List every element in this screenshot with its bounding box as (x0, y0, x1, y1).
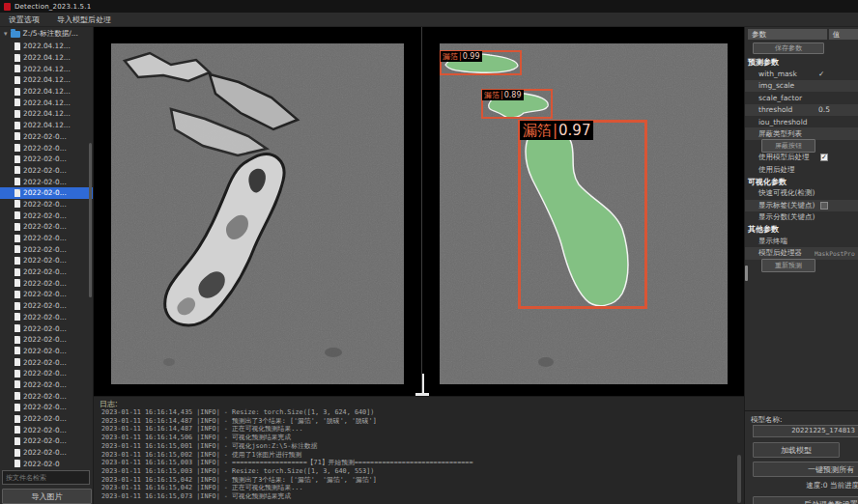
tree-item[interactable]: 2022.04.12... (0, 52, 94, 64)
param-row[interactable]: 显示分数(关键点) (745, 211, 858, 223)
chevron-down-icon[interactable]: ▾ (4, 30, 8, 38)
file-tree-panel: ▾ Z:/5-标注数据/... 2022.04.12... 2022.04.12… (0, 27, 94, 504)
tree-item[interactable]: 2022-02-0... (0, 435, 94, 447)
file-list: 2022.04.12... 2022.04.12... 2022.04.12..… (0, 41, 94, 469)
tree-scrollbar[interactable] (89, 143, 92, 297)
log-line: 2023-01-11 16:16:14,506 |INFO| - 可视化预测结果… (101, 434, 739, 442)
params-scrollbar[interactable] (745, 266, 748, 281)
tree-item[interactable]: 2022-02-0... (0, 300, 94, 312)
tree-item[interactable]: 2022-02-0... (0, 243, 94, 255)
tree-item[interactable]: 2022-02-0... (0, 312, 94, 323)
tree-item[interactable]: 2022-02-0... (0, 390, 94, 402)
file-icon (14, 54, 20, 62)
tree-item[interactable]: 2022-02-0 (0, 458, 94, 469)
detection-label-3: 漏箔|0.97 (520, 121, 593, 140)
tree-item[interactable]: 2022-02-0... (0, 142, 94, 154)
tree-item[interactable]: 2022-02-0... (0, 210, 94, 221)
file-label: 2022.04.12... (23, 87, 71, 96)
param-row[interactable]: 屏蔽类型列表 (745, 127, 858, 139)
model-name-field[interactable]: 20221225_174813 (753, 425, 858, 437)
postprocess-settings-button[interactable]: 后处理参数设置 (753, 496, 858, 504)
tree-item[interactable]: 2022-02-0... (0, 413, 94, 425)
tree-item[interactable]: 2022-02-0... (0, 447, 94, 459)
file-label: 2022-02-0... (23, 245, 67, 254)
file-search-input[interactable] (2, 470, 90, 485)
param-label: with_mask (758, 70, 797, 78)
log-lines[interactable]: 2023-01-11 16:16:14,435 |INFO| - Resize:… (101, 408, 739, 501)
menu-item-import-postprocess[interactable]: 导入模型后处理 (57, 14, 111, 25)
param-row[interactable]: threshold 0.5 (745, 104, 858, 116)
params-column-value: 值 (829, 29, 858, 40)
progress-text: 速度:0 当前进度 (753, 481, 858, 490)
tree-item[interactable]: 2022-02-0... (0, 154, 94, 165)
file-icon (14, 155, 20, 163)
param-row[interactable]: 其他参数 (745, 223, 858, 235)
raw-image-canvas[interactable] (111, 43, 404, 384)
menu-bar: 设置选项 导入模型后处理 (0, 13, 858, 27)
tree-item[interactable]: 2022-02-0... (0, 277, 94, 289)
tree-item[interactable]: 2022.04.12... (0, 63, 94, 74)
file-icon (14, 392, 20, 400)
param-label: scale_factor (758, 94, 802, 102)
detection-score: 0.89 (504, 90, 522, 100)
file-icon (14, 404, 20, 411)
tree-item[interactable]: 2022-02-0... (0, 368, 94, 379)
tree-item[interactable]: 2022-02-0... (0, 289, 94, 300)
tree-item[interactable]: 2022-02-0... (0, 131, 94, 143)
tree-item[interactable]: 2022-02-0... (0, 402, 94, 413)
model-panel: 模型名称: 20221225_174813 加载模型 一键预测所有 速度:0 当… (744, 410, 858, 504)
file-label: 2022-02-0... (23, 222, 67, 231)
tree-item[interactable]: 2022-02-0... (0, 176, 94, 187)
file-icon (14, 437, 20, 445)
param-row[interactable]: 快速可视化(检测) (745, 187, 858, 199)
param-row[interactable]: 重新预测 (745, 260, 858, 271)
tree-item[interactable]: 2022.04.12... (0, 41, 94, 52)
file-icon (14, 257, 20, 265)
detection-class: 漏箔 (443, 51, 458, 62)
tree-item[interactable]: 2022.04.12... (0, 108, 94, 120)
tree-item[interactable]: 2022.04.12... (0, 120, 94, 131)
tree-item[interactable]: 2022-02-0... (0, 356, 94, 368)
param-checkbox[interactable] (820, 154, 828, 161)
tree-item[interactable]: 2022-02-0... (0, 334, 94, 346)
param-row[interactable]: 屏蔽按钮 (745, 140, 858, 152)
param-row[interactable]: scale_factor (745, 92, 858, 103)
tree-item[interactable]: 2022-02-0... (0, 255, 94, 266)
save-params-button[interactable]: 保存参数 (753, 42, 824, 54)
viewer-vertical-scrollbar[interactable] (422, 374, 424, 393)
tree-item[interactable]: 2022-02-0... (0, 199, 94, 210)
file-label: 2022-02-0... (23, 436, 67, 445)
import-images-button[interactable]: 导入图片 (2, 489, 92, 504)
tree-item[interactable]: 2022-02-0... (0, 424, 94, 435)
tree-item[interactable]: 2022-02-0... (0, 322, 94, 334)
tree-item[interactable]: 2022-02-0... (0, 165, 94, 177)
param-row[interactable]: 可视化参数 (745, 176, 858, 187)
tree-root[interactable]: ▾ Z:/5-标注数据/... (0, 28, 94, 40)
param-row[interactable]: 显示终端 (745, 236, 858, 247)
tree-item[interactable]: 2022-02-0... (0, 221, 94, 233)
tree-item[interactable]: 2022.04.12... (0, 74, 94, 86)
param-row[interactable]: 使用模型后处理 (745, 152, 858, 163)
detection-label-1: 漏箔|0.99 (441, 51, 482, 62)
param-checkbox[interactable] (820, 202, 828, 210)
param-row[interactable]: iou_threshold (745, 116, 858, 127)
file-icon (14, 426, 20, 434)
menu-item-settings[interactable]: 设置选项 (9, 14, 40, 25)
tree-item[interactable]: 2022.04.12... (0, 97, 94, 108)
param-row[interactable]: 预测参数 (745, 56, 858, 68)
log-scrollbar[interactable] (737, 455, 741, 503)
load-model-button[interactable]: 加载模型 (753, 442, 840, 458)
log-line: 2023-01-11 16:16:15,001 |INFO| - 可视化json… (101, 442, 739, 451)
param-row[interactable]: 显示标签(关键点) (745, 200, 858, 211)
param-row[interactable]: img_scale (745, 80, 858, 92)
param-row[interactable]: with_mask ✓ (745, 68, 858, 79)
tree-item[interactable]: 2022-02-0... (0, 346, 94, 357)
tree-item[interactable]: 2022.04.12... (0, 86, 94, 98)
param-row[interactable]: 模型后处理器 MaskPostPro (745, 247, 858, 259)
tree-item[interactable]: 2022-02-0... (0, 233, 94, 244)
tree-item[interactable]: 2022-02-0... (0, 266, 94, 278)
param-row[interactable]: 使用后处理 (745, 164, 858, 176)
tree-item[interactable]: 2022-02-0... (0, 187, 94, 199)
predict-all-button[interactable]: 一键预测所有 (753, 462, 858, 477)
tree-item[interactable]: 2022-02-0... (0, 379, 94, 391)
